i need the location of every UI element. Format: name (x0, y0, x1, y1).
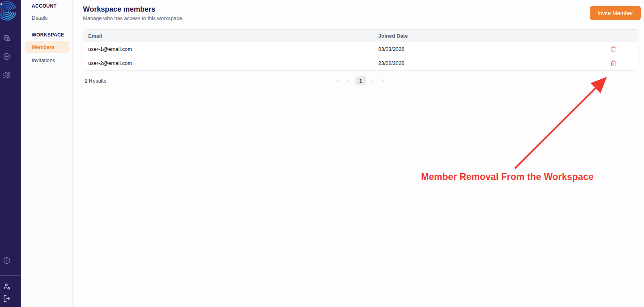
page-number-button[interactable]: 1 (355, 76, 366, 85)
column-header-email: Email (83, 30, 376, 42)
section-title-account: ACCOUNT (32, 3, 57, 9)
first-page-button[interactable]: « (335, 76, 342, 85)
section-title-workspace: WORKSPACE (32, 32, 64, 38)
annotation-label: Member Removal From the Workspace (415, 172, 600, 182)
main-content: Workspace members Manage who has access … (73, 0, 644, 307)
table-header-row: Email Joined Date (83, 30, 638, 42)
trash-icon (610, 60, 616, 67)
logout-icon[interactable] (3, 295, 11, 303)
column-header-actions (588, 30, 638, 42)
member-email: user-2@email.com (83, 56, 376, 70)
member-email: user-1@email.com (83, 42, 376, 56)
sidebar-item-members[interactable]: Members (25, 41, 69, 53)
add-circle-icon[interactable] (3, 53, 11, 61)
column-header-joined-date: Joined Date (376, 30, 588, 42)
sidebar-item-invitations[interactable]: Invitations (32, 57, 55, 63)
map-pin-icon[interactable] (3, 71, 11, 79)
invite-member-button[interactable]: Invite Member (590, 6, 641, 20)
pagination-bar: 2 Results « ‹ 1 › » (83, 76, 638, 86)
logo-dot (0, 3, 2, 5)
members-table: Email Joined Date user-1@email.com 03/03… (83, 29, 638, 71)
page-title: Workspace members (83, 5, 155, 14)
rail-divider (0, 275, 21, 276)
table-row: user-2@email.com 23/02/2026 (83, 56, 638, 70)
table-row: user-1@email.com 03/03/2026 (83, 42, 638, 56)
user-settings-icon[interactable] (3, 283, 11, 291)
next-page-button[interactable]: › (370, 76, 375, 85)
member-joined-date: 03/03/2026 (376, 42, 588, 56)
delete-member-button[interactable] (609, 59, 618, 68)
prev-page-button[interactable]: ‹ (346, 76, 351, 85)
sidebar-item-details[interactable]: Details (32, 15, 48, 21)
info-icon[interactable] (3, 257, 11, 265)
icon-rail (0, 0, 21, 307)
last-page-button[interactable]: » (380, 76, 386, 85)
trash-icon (610, 46, 616, 52)
page-subtitle: Manage who has access to this workspace. (83, 15, 184, 21)
sidebar-item-members-label: Members (32, 44, 55, 50)
globe-search-icon[interactable] (3, 34, 11, 42)
app-logo[interactable] (0, 0, 21, 22)
member-joined-date: 23/02/2026 (376, 56, 588, 70)
settings-sidebar: ACCOUNT Details WORKSPACE Members Invita… (21, 0, 73, 307)
delete-member-button[interactable] (609, 44, 618, 53)
